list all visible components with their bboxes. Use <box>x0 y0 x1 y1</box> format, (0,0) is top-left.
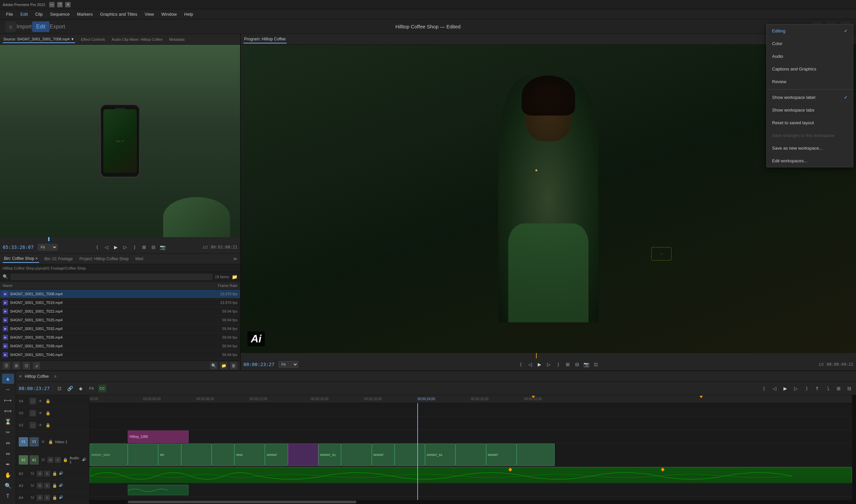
tl-insert-button[interactable]: ⊞ <box>835 384 843 393</box>
v2-clip-title[interactable]: Hilltop_1080 <box>128 431 189 443</box>
source-set-out-button[interactable]: ⟩ <box>131 243 139 251</box>
program-insert-button[interactable]: ⊞ <box>564 360 572 368</box>
track-volume-a2[interactable]: 🔊 <box>59 471 64 476</box>
bin-sort-button[interactable]: ⊿ <box>33 362 40 370</box>
v1-clip-14[interactable] <box>456 444 486 466</box>
v1-clip-6[interactable]: SHG <box>234 444 265 466</box>
source-tab-audio-mixer[interactable]: Audio Clip Mixer: Hilltop Coffee <box>111 36 163 43</box>
edit-button[interactable]: Edit <box>32 21 50 32</box>
new-folder-icon[interactable]: 📁 <box>232 274 237 280</box>
source-set-in-button[interactable]: ⟨ <box>93 243 101 251</box>
bin-tab-coffee-shop[interactable]: Bin: Coffee Shop × <box>3 255 39 263</box>
bin-list-view-button[interactable]: ☰ <box>3 362 10 370</box>
text-tool-button[interactable]: T <box>2 491 14 501</box>
workspace-menu-show-tabs[interactable]: Show workspace tabs <box>767 104 853 116</box>
source-overwrite-button[interactable]: ⊟ <box>150 243 157 251</box>
bin-search-button[interactable]: 🔍 <box>210 362 217 370</box>
track-select-tool-button[interactable]: ↔ <box>2 384 14 394</box>
track-source-v1[interactable]: V1 <box>30 437 39 447</box>
tl-step-forward-button[interactable]: ▷ <box>792 384 800 393</box>
workspace-menu-edit-workspaces[interactable]: Edit workspaces... <box>767 154 853 167</box>
program-set-out-button[interactable]: ⟩ <box>554 360 562 368</box>
v1-clip-15[interactable]: SHGN7 <box>486 444 517 466</box>
track-m-a3[interactable]: M <box>37 483 43 489</box>
track-visibility-v3[interactable]: 👁 <box>37 410 44 416</box>
v1-clip-12[interactable] <box>395 444 425 466</box>
workspace-menu-color[interactable]: Color <box>767 37 853 50</box>
workspace-menu-audio[interactable]: Audio <box>767 50 853 62</box>
program-overwrite-button[interactable]: ⊟ <box>573 360 581 368</box>
bin-delete-button[interactable]: 🗑 <box>230 362 237 370</box>
track-lock-v2[interactable]: 🔒 <box>45 422 51 428</box>
track-mute-a2[interactable]: M <box>30 471 35 476</box>
menu-file[interactable]: File <box>3 10 16 18</box>
tl-add-marker-button[interactable]: ◆ <box>77 384 85 393</box>
workspace-menu-save-new[interactable]: Save as new workspace... <box>767 142 853 154</box>
source-camera-button[interactable]: 📷 <box>159 243 167 251</box>
bin-tab-med[interactable]: Med <box>134 255 144 263</box>
track-s-a1[interactable]: S <box>55 457 61 463</box>
workspace-menu-review[interactable]: Review <box>767 75 853 88</box>
menu-clip[interactable]: Clip <box>32 10 46 18</box>
track-sync-toggle-v3[interactable]: ⬚ <box>30 410 36 416</box>
bin-new-bin-button[interactable]: 📁 <box>220 362 227 370</box>
playhead[interactable] <box>417 403 418 500</box>
tl-global-fx-button[interactable]: FX <box>88 384 96 393</box>
v1-clip-8[interactable] <box>288 444 318 466</box>
bin-item[interactable]: ▶ SHGN7_S001_S001_T008.mp4 23.976 fps <box>0 290 240 298</box>
bin-item[interactable]: ▶ SHGN7_S001_S001_T038.mp4 59.94 fps <box>0 342 240 350</box>
tl-overwrite-button[interactable]: ⊟ <box>845 384 853 393</box>
track-mute-a3[interactable]: M <box>30 483 35 489</box>
workspace-menu-show-label[interactable]: Show workspace label ✓ <box>767 91 853 104</box>
v1-clip-1[interactable]: SHGN7_S001 <box>90 444 128 466</box>
track-sync-toggle-v2[interactable]: ⬚ <box>30 422 36 429</box>
bin-tab-project[interactable]: Project: Hilltop Coffee Shop <box>78 255 130 263</box>
timeline-sequence-menu[interactable]: ≡ <box>54 374 56 379</box>
menu-edit[interactable]: Edit <box>17 10 31 18</box>
source-fit-select[interactable]: Fit 100% 50% <box>38 244 57 251</box>
track-sync-toggle-v4[interactable]: ⬚ <box>30 398 36 404</box>
menu-graphics[interactable]: Graphics and Titles <box>97 10 140 18</box>
program-step-forward-button[interactable]: ▷ <box>545 360 553 368</box>
menu-window[interactable]: Window <box>158 10 180 18</box>
tl-go-to-in-button[interactable]: ⟨ <box>760 384 768 393</box>
slide-tool-button[interactable]: ⇔ <box>2 449 14 458</box>
program-set-in-button[interactable]: ⟨ <box>517 360 525 368</box>
import-button[interactable]: Import <box>19 21 30 32</box>
track-lock-v3[interactable]: 🔒 <box>45 410 51 416</box>
tl-lift-button[interactable]: ⇑ <box>813 384 821 393</box>
track-volume-a3[interactable]: 🔊 <box>59 483 64 488</box>
selection-tool-button[interactable]: ▲ <box>2 374 14 384</box>
restore-button[interactable]: ❐ <box>57 2 63 7</box>
bin-search-input[interactable] <box>11 274 212 280</box>
timeline-close-button[interactable]: ✕ <box>19 374 22 379</box>
source-step-back-button[interactable]: ◁ <box>103 243 111 251</box>
pen-tool-button[interactable]: ✒ <box>2 459 14 469</box>
tl-extract-button[interactable]: ⤵ <box>824 384 832 393</box>
source-tab-metadata[interactable]: Metadata <box>169 36 185 43</box>
track-lock-a1[interactable]: 🔒 <box>62 457 68 463</box>
track-lock-v4[interactable]: 🔒 <box>45 398 51 404</box>
track-lock-a4[interactable]: 🔒 <box>51 494 57 501</box>
rolling-edit-tool-button[interactable]: ⟺ <box>2 406 14 416</box>
tl-play-button[interactable]: ▶ <box>781 384 789 393</box>
zoom-tool-button[interactable]: 🔍 <box>2 481 14 491</box>
program-camera-button[interactable]: 📷 <box>582 360 590 368</box>
track-visibility-v4[interactable]: 👁 <box>37 398 44 404</box>
slip-tool-button[interactable]: ⇔ <box>2 438 14 448</box>
tl-go-to-out-button[interactable]: ⟩ <box>803 384 810 393</box>
bin-item[interactable]: ▶ SHGN7_S001_S001_T032.mp4 59.94 fps <box>0 324 240 333</box>
program-step-back-button[interactable]: ◁ <box>526 360 534 368</box>
razor-tool-button[interactable]: ✂ <box>2 427 14 437</box>
home-button[interactable]: ⌂ <box>5 21 16 32</box>
bin-tab-01-footage[interactable]: Bin: 01 Footage <box>43 255 74 263</box>
bin-icon-view-button[interactable]: ⊞ <box>13 362 20 370</box>
v1-clip-11[interactable]: SHGN7 <box>372 444 395 466</box>
source-tab-source[interactable]: Source: SHGN7_S001_S001_T008.mp4 ▼ <box>3 36 75 43</box>
menu-help[interactable]: Help <box>181 10 196 18</box>
track-s-a2[interactable]: S <box>44 471 50 476</box>
bin-item[interactable]: ▶ SHGN7_S001_S001_T025.mp4 59.94 fps <box>0 316 240 324</box>
workspace-menu-editing[interactable]: Editing ✓ <box>767 24 853 37</box>
tl-link-button[interactable]: 🔗 <box>66 384 74 393</box>
hand-tool-button[interactable]: ✋ <box>2 470 14 480</box>
